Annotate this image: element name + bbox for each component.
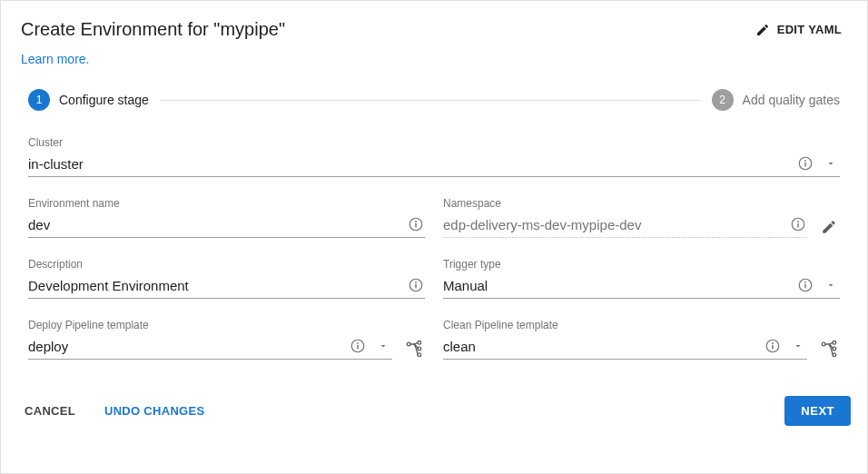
edit-yaml-button[interactable]: EDIT YAML (755, 23, 842, 37)
namespace-input (443, 217, 782, 232)
cluster-label: Cluster (28, 136, 840, 149)
deploy-pipeline-label: Deploy Pipeline template (28, 319, 425, 331)
info-icon[interactable] (407, 215, 425, 233)
info-icon[interactable] (796, 154, 814, 173)
info-icon[interactable] (764, 337, 782, 355)
undo-changes-button[interactable]: UNDO CHANGES (94, 397, 216, 425)
clean-pipeline-field: Clean Pipeline template (443, 319, 840, 360)
trigger-type-field: Trigger type (443, 258, 840, 299)
info-icon[interactable] (349, 337, 367, 355)
info-icon[interactable] (796, 276, 814, 294)
learn-more-link[interactable]: Learn more. (21, 52, 89, 66)
svg-point-1 (804, 160, 806, 162)
svg-point-23 (772, 342, 774, 344)
page-title: Create Environment for "mypipe" (21, 19, 285, 40)
description-field: Description (28, 258, 425, 299)
svg-rect-11 (415, 284, 417, 289)
namespace-field: Namespace (443, 197, 840, 238)
edit-yaml-label: EDIT YAML (777, 23, 842, 36)
deploy-pipeline-input[interactable] (28, 339, 341, 354)
chevron-down-icon[interactable] (822, 276, 840, 294)
info-icon[interactable] (407, 276, 425, 294)
stepper-line (160, 100, 701, 101)
stepper: 1 Configure stage 2 Add quality gates (1, 89, 867, 136)
step-configure-stage[interactable]: 1 Configure stage (28, 89, 149, 111)
svg-point-7 (797, 221, 799, 222)
environment-name-input[interactable] (28, 217, 399, 232)
edit-icon[interactable] (818, 216, 840, 238)
step-1-number: 1 (28, 89, 50, 111)
step-2-number: 2 (712, 89, 734, 111)
cancel-button[interactable]: CANCEL (14, 397, 86, 425)
svg-rect-14 (804, 284, 806, 289)
description-label: Description (28, 258, 425, 271)
chevron-down-icon[interactable] (374, 337, 392, 355)
svg-point-16 (357, 342, 359, 344)
pencil-icon (755, 23, 770, 37)
step-quality-gates[interactable]: 2 Add quality gates (712, 89, 840, 111)
trigger-type-label: Trigger type (443, 258, 840, 271)
step-2-label: Add quality gates (743, 93, 840, 107)
deploy-pipeline-field: Deploy Pipeline template (28, 319, 425, 360)
description-input[interactable] (28, 278, 399, 293)
cluster-field: Cluster (28, 136, 840, 177)
environment-name-label: Environment name (28, 197, 425, 210)
clean-pipeline-label: Clean Pipeline template (443, 319, 840, 331)
svg-rect-2 (804, 163, 806, 167)
info-icon[interactable] (789, 215, 807, 233)
svg-rect-24 (772, 345, 774, 350)
clean-pipeline-input[interactable] (443, 339, 756, 354)
svg-point-4 (415, 221, 417, 222)
branch-icon[interactable] (818, 338, 840, 360)
cluster-input[interactable] (28, 156, 789, 172)
svg-point-10 (415, 281, 417, 283)
trigger-type-input[interactable] (443, 278, 789, 293)
chevron-down-icon[interactable] (822, 154, 840, 173)
svg-rect-5 (415, 223, 417, 228)
environment-name-field: Environment name (28, 197, 425, 238)
svg-rect-8 (797, 223, 799, 228)
step-1-label: Configure stage (59, 93, 149, 107)
chevron-down-icon[interactable] (789, 337, 807, 355)
svg-rect-17 (357, 345, 359, 350)
namespace-label: Namespace (443, 197, 840, 210)
branch-icon[interactable] (403, 338, 425, 360)
svg-point-13 (804, 281, 806, 283)
next-button[interactable]: NEXT (784, 396, 851, 426)
